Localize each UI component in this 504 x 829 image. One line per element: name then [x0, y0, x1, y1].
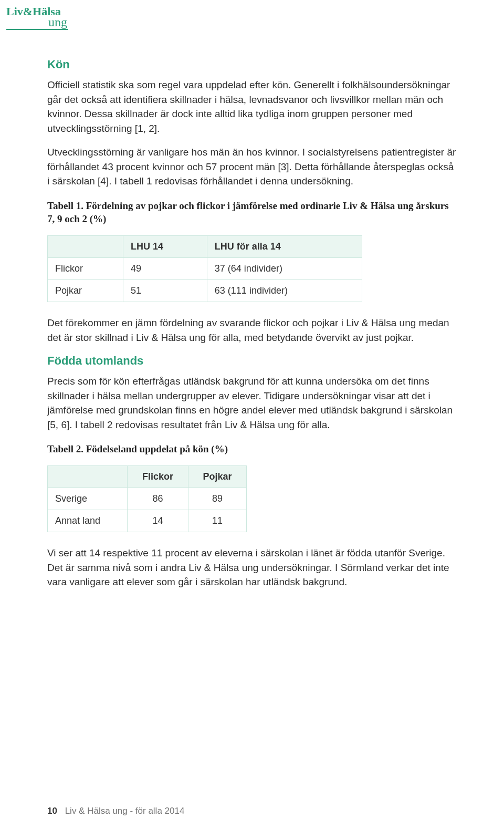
para-kon-2: Utvecklingsstörning är vanligare hos män…: [47, 145, 457, 189]
para-end: Vi ser att 14 respektive 11 procent av e…: [47, 546, 457, 589]
table1-r0-c2: 37 (64 individer): [207, 258, 362, 280]
table2-head-c1: Flickor: [127, 466, 188, 488]
brand-logo: Liv&Hälsa ung: [6, 6, 68, 30]
table2-head-blank: [48, 466, 128, 488]
table1-head-c2: LHU för alla 14: [207, 236, 362, 258]
footer-text: Liv & Hälsa ung - för alla 2014: [65, 806, 185, 816]
table1-r1-c2: 63 (111 individer): [207, 280, 362, 302]
table1-caption: Tabell 1. Fördelning av pojkar och flick…: [47, 199, 457, 226]
para-fodda-1: Precis som för kön efterfrågas utländsk …: [47, 374, 457, 432]
table2-r1-label: Annat land: [48, 510, 128, 532]
table-header-row: LHU 14 LHU för alla 14: [48, 236, 362, 258]
document-body: Kön Officiell statistik ska som regel va…: [47, 11, 457, 589]
table-row: Pojkar 51 63 (111 individer): [48, 280, 362, 302]
table2-r0-c2: 89: [188, 488, 247, 510]
heading-kon: Kön: [47, 58, 457, 71]
heading-fodda: Födda utomlands: [47, 354, 457, 368]
table-row: Sverige 86 89: [48, 488, 247, 510]
page-number: 10: [47, 806, 57, 816]
table2: Flickor Pojkar Sverige 86 89 Annat land …: [47, 465, 247, 532]
para-mid: Det förekommer en jämn fördelning av sva…: [47, 316, 457, 345]
table2-head-c2: Pojkar: [188, 466, 247, 488]
table-row: Flickor 49 37 (64 individer): [48, 258, 362, 280]
logo-sub-text: ung: [6, 17, 68, 28]
para-kon-1: Officiell statistik ska som regel vara u…: [47, 78, 457, 136]
table1-r0-label: Flickor: [48, 258, 123, 280]
table1-r0-c1: 49: [123, 258, 207, 280]
page-footer: 10 Liv & Hälsa ung - för alla 2014: [47, 806, 184, 816]
table2-r0-label: Sverige: [48, 488, 128, 510]
table-row: Annat land 14 11: [48, 510, 247, 532]
table2-caption: Tabell 2. Födelseland uppdelat på kön (%…: [47, 442, 457, 456]
table2-r1-c2: 11: [188, 510, 247, 532]
table1-head-blank: [48, 236, 123, 258]
table2-r0-c1: 86: [127, 488, 188, 510]
logo-underline: [6, 29, 68, 30]
table-header-row: Flickor Pojkar: [48, 466, 247, 488]
table2-r1-c1: 14: [127, 510, 188, 532]
table1-head-c1: LHU 14: [123, 236, 207, 258]
table1-r1-c1: 51: [123, 280, 207, 302]
table1-r1-label: Pojkar: [48, 280, 123, 302]
table1: LHU 14 LHU för alla 14 Flickor 49 37 (64…: [47, 235, 362, 302]
